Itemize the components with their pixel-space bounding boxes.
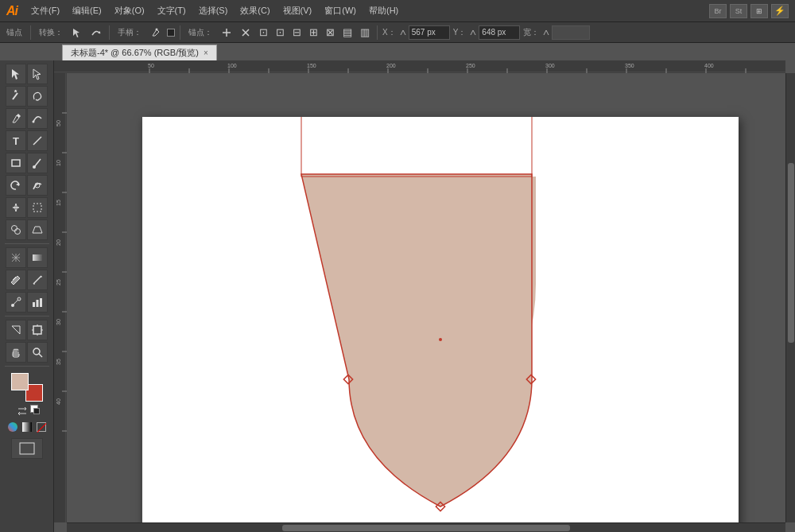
lasso-tool[interactable]: [27, 86, 48, 107]
menu-file[interactable]: 文件(F): [25, 3, 65, 18]
tool-row-11: [6, 292, 48, 313]
menu-select[interactable]: 选择(S): [193, 3, 234, 18]
warp-tool[interactable]: [27, 175, 48, 196]
toolbar-sep-3: [180, 25, 180, 40]
tool-sep-3: [5, 366, 49, 367]
distribute2-btn[interactable]: ▤: [340, 25, 355, 39]
magic-wand-tool[interactable]: [6, 86, 26, 107]
draw-inside-btn[interactable]: [11, 438, 43, 459]
scrollbar-vertical[interactable]: [785, 73, 795, 522]
smooth-tool-btn[interactable]: [88, 26, 104, 39]
free-transform-tool[interactable]: [27, 197, 48, 218]
menu-object[interactable]: 对象(O): [109, 3, 150, 18]
tool-row-3: [6, 108, 48, 129]
gradient-mode-btn[interactable]: [21, 421, 33, 433]
distribute-btn[interactable]: ⊠: [324, 25, 337, 39]
tool-row-2: [6, 86, 48, 107]
x-label: X：: [382, 27, 396, 38]
align-center-btn[interactable]: ⊡: [273, 25, 287, 39]
main-area: T: [0, 60, 795, 532]
svg-text:100: 100: [227, 63, 237, 68]
toolbox: T: [0, 60, 54, 532]
quick-actions-area: [11, 438, 43, 459]
toolbar-sep-1: [30, 25, 31, 40]
artboard-tool[interactable]: [27, 320, 48, 340]
tool-row-8: [6, 219, 48, 240]
ruler-top: 50 100 150 200 250 300 350 400: [54, 60, 785, 73]
default-colors-btn[interactable]: [30, 405, 38, 413]
tool-row-9: [6, 247, 48, 268]
tool-row-13: [6, 342, 48, 363]
select-tool-btn[interactable]: [69, 26, 85, 39]
none-mode-btn[interactable]: [35, 421, 48, 433]
selection-tool[interactable]: [6, 64, 26, 84]
perspective-tool[interactable]: [27, 219, 48, 240]
hand-tool[interactable]: [6, 342, 26, 363]
fill-color[interactable]: [11, 373, 29, 390]
stock-icon[interactable]: St: [730, 4, 747, 18]
menu-view[interactable]: 视图(V): [277, 3, 318, 18]
line-tool[interactable]: [27, 130, 48, 151]
workspace-icon[interactable]: ⊞: [750, 4, 768, 18]
document-tab[interactable]: 未标题-4* @ 66.67% (RGB/预览) ×: [62, 45, 217, 60]
menu-help[interactable]: 帮助(H): [363, 3, 404, 18]
x-input[interactable]: [409, 25, 450, 40]
curvature-tool[interactable]: [27, 108, 48, 129]
paintbrush-tool[interactable]: [27, 153, 48, 173]
align-left-btn[interactable]: ⊡: [257, 25, 270, 39]
eyedropper-tool[interactable]: [6, 270, 26, 290]
color-mode-btn[interactable]: [6, 421, 19, 433]
menu-bar-right: Br St ⊞ ⚡: [709, 4, 789, 18]
svg-point-13: [15, 229, 21, 235]
canvas-area[interactable]: 50 100 150 200 250 300 350 400: [54, 60, 795, 532]
svg-text:400: 400: [704, 63, 714, 68]
gradient-tool[interactable]: [27, 247, 48, 268]
zoom-tool[interactable]: [27, 342, 48, 363]
direct-selection-tool[interactable]: [27, 64, 48, 84]
measure-tool[interactable]: [27, 270, 48, 290]
width-tool[interactable]: [6, 197, 26, 218]
tab-close-btn[interactable]: ×: [204, 49, 208, 57]
scrollbar-horizontal[interactable]: [67, 522, 785, 532]
mesh-tool[interactable]: [6, 247, 26, 268]
svg-rect-24: [33, 326, 41, 334]
y-input-group: [469, 25, 520, 40]
fill-stroke-box[interactable]: [11, 373, 43, 402]
color-buttons: [16, 405, 38, 417]
svg-rect-75: [301, 117, 532, 177]
svg-text:30: 30: [56, 319, 61, 325]
y-input[interactable]: [479, 25, 520, 40]
svg-rect-21: [33, 302, 35, 307]
rect-tool[interactable]: [6, 153, 26, 173]
pen-tool-btn[interactable]: [148, 26, 164, 39]
align-v-btn[interactable]: ⊞: [307, 25, 320, 39]
toolbar-sep-4: [377, 25, 378, 40]
align-h-btn[interactable]: ⊟: [290, 25, 304, 39]
cut-path-btn[interactable]: [238, 26, 254, 39]
bridge-icon[interactable]: Br: [709, 4, 727, 18]
search-online-icon[interactable]: ⚡: [771, 4, 789, 18]
menu-text[interactable]: 文字(T): [152, 3, 192, 18]
column-graph-tool[interactable]: [27, 292, 48, 313]
ai-logo: Ai: [6, 4, 17, 18]
shape-builder-tool[interactable]: [6, 219, 26, 240]
menu-window[interactable]: 窗口(W): [319, 3, 362, 18]
menu-effect[interactable]: 效果(C): [235, 3, 275, 18]
pen-tool[interactable]: [6, 108, 26, 129]
menu-edit[interactable]: 编辑(E): [67, 3, 107, 18]
convert-anchor-btn[interactable]: [219, 26, 235, 39]
width-input[interactable]: [552, 25, 590, 40]
ruler-left: 50 10 15 20 25 30 35 40: [54, 73, 67, 522]
slice-tool[interactable]: [6, 320, 26, 340]
distribute3-btn[interactable]: ▥: [358, 25, 372, 39]
tool-row-12: [6, 320, 48, 340]
rotate-tool[interactable]: [6, 175, 26, 196]
color-area: [6, 373, 48, 433]
menu-bar: Ai 文件(F) 编辑(E) 对象(O) 文字(T) 选择(S) 效果(C) 视…: [0, 0, 795, 22]
svg-point-5: [33, 121, 35, 123]
tool-sep-1: [5, 243, 49, 244]
type-tool[interactable]: T: [6, 130, 26, 151]
blend-tool[interactable]: [6, 292, 26, 313]
swap-colors-btn[interactable]: [16, 405, 29, 417]
tab-bar: 未标题-4* @ 66.67% (RGB/预览) ×: [0, 43, 795, 60]
